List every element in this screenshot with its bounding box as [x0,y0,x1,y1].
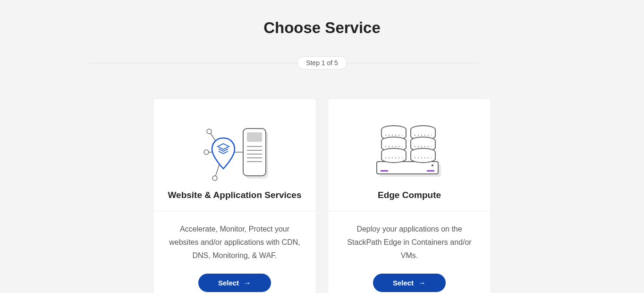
step-divider-line [90,63,479,63]
page-title: Choose Service [0,19,644,37]
svg-rect-2 [247,132,262,142]
svg-rect-18 [427,170,434,172]
svg-rect-17 [381,170,388,172]
step-indicator-row: Step 1 of 5 [0,56,644,70]
select-button-label: Select [393,279,414,287]
svg-point-12 [207,129,212,134]
edge-compute-illustration-icon [338,113,481,186]
svg-point-14 [212,176,217,181]
card-body: Deploy your applications on the StackPat… [328,211,491,293]
service-card-edge-compute: Edge Compute Deploy your applications on… [328,98,491,293]
svg-point-13 [204,150,209,155]
select-button[interactable]: Select → [373,274,446,292]
arrow-right-icon: → [418,279,426,287]
card-body: Accelerate, Monitor, Protect your websit… [153,211,316,293]
card-header: Website & Application Services [153,99,316,211]
service-card-website-application: Website & Application Services Accelerat… [153,98,316,293]
step-badge: Step 1 of 5 [297,56,347,69]
arrow-right-icon: → [244,279,251,287]
service-cards: Website & Application Services Accelerat… [0,98,644,293]
select-button[interactable]: Select → [198,274,271,292]
card-header: Edge Compute [328,99,491,211]
website-services-illustration-icon [163,113,306,186]
card-title: Edge Compute [338,190,481,200]
svg-rect-16 [377,162,438,174]
svg-point-19 [432,164,434,166]
select-button-label: Select [218,279,239,287]
card-title: Website & Application Services [163,190,306,200]
card-description: Deploy your applications on the StackPat… [340,223,478,262]
card-description: Accelerate, Monitor, Protect your websit… [166,223,304,262]
